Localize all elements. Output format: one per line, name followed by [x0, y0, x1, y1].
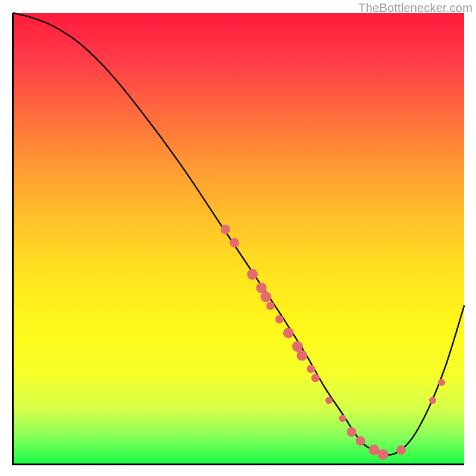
marker-point	[283, 328, 294, 339]
marker-point	[267, 302, 275, 310]
marker-point	[261, 292, 271, 302]
marker-point	[275, 315, 284, 324]
marker-point	[307, 365, 315, 373]
marker-point	[230, 238, 239, 248]
watermark-text: TheBottlenecker.com	[358, 1, 472, 15]
plot-area	[12, 13, 464, 465]
marker-point	[247, 269, 258, 280]
marker-point	[347, 427, 356, 437]
marker-point	[325, 397, 333, 404]
bottleneck-curve	[14, 13, 464, 455]
marker-point	[297, 350, 308, 361]
marker-point	[429, 397, 436, 404]
chart-svg	[14, 13, 464, 464]
marker-point	[438, 379, 445, 386]
marker-point	[356, 436, 365, 446]
marker-point	[378, 449, 389, 460]
marker-point	[221, 224, 230, 234]
chart-container: TheBottlenecker.com	[0, 0, 476, 476]
marker-point	[396, 445, 406, 455]
highlight-markers	[221, 224, 445, 460]
marker-point	[311, 374, 320, 382]
marker-point	[339, 415, 346, 422]
